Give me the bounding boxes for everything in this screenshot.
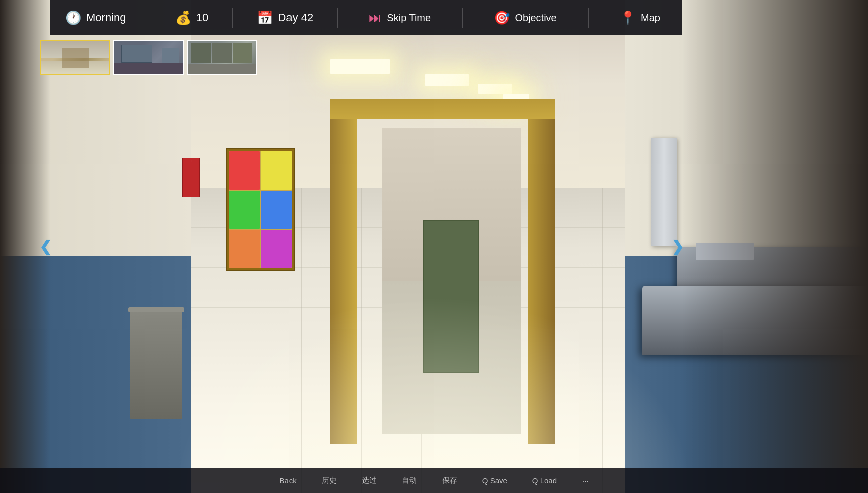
- time-label: Morning: [86, 11, 126, 24]
- arch-top: [330, 99, 555, 119]
- thumb-scene-2: [114, 41, 183, 74]
- skip-time-button[interactable]: ⏭ Skip Time: [362, 7, 438, 29]
- hud-day: 📅 Day 42: [257, 10, 313, 26]
- bulletin-paper-2: [261, 151, 292, 190]
- skip-time-label: Skip Time: [387, 12, 431, 24]
- ceiling-light-3: [478, 84, 512, 94]
- coin-icon: 💰: [175, 10, 191, 26]
- calendar-icon: 📅: [257, 10, 273, 26]
- arch-right: [528, 99, 555, 444]
- ceiling-light-2: [425, 74, 469, 86]
- qsave-button[interactable]: Q Save: [477, 474, 512, 487]
- bulletin-paper-3: [229, 191, 260, 229]
- wall-panel: [651, 138, 677, 246]
- map-button[interactable]: 📍 Map: [613, 7, 667, 29]
- left-arrow-icon: ❮: [39, 238, 52, 255]
- bulletin-board: [226, 148, 295, 271]
- bulletin-board-inner: [229, 151, 292, 268]
- qload-button[interactable]: Q Load: [527, 474, 562, 487]
- thumbnail-1[interactable]: [40, 40, 110, 75]
- thumb-scene-1: [41, 41, 109, 74]
- skip-icon: ⏭: [369, 10, 382, 26]
- right-edge-overlay: [682, 0, 868, 493]
- more-button[interactable]: ···: [577, 474, 594, 487]
- inner-corridor: [382, 128, 521, 434]
- bulletin-paper-4: [261, 191, 292, 229]
- bulletin-paper-5: [229, 230, 260, 268]
- map-icon: 📍: [620, 10, 636, 26]
- thumbnail-3[interactable]: [187, 40, 257, 75]
- fire-extinguisher-box: T: [182, 158, 200, 198]
- thumbnail-2[interactable]: [113, 40, 184, 75]
- hud-divider-3: [337, 8, 338, 28]
- hud-divider-4: [462, 8, 463, 28]
- nav-left-button[interactable]: ❮: [35, 237, 55, 257]
- ceiling-light-1: [330, 59, 390, 74]
- objective-button[interactable]: 🎯 Objective: [487, 7, 563, 29]
- bulletin-paper-1: [229, 151, 260, 190]
- nav-right-button[interactable]: ❯: [667, 237, 687, 257]
- auto-button[interactable]: 自动: [397, 474, 422, 487]
- currency-value: 10: [196, 11, 208, 24]
- clock-icon: 🕐: [65, 10, 81, 26]
- skip-button[interactable]: 选过: [357, 474, 382, 487]
- arch-left: [330, 99, 357, 444]
- objective-label: Objective: [515, 12, 556, 24]
- save-button[interactable]: 保存: [437, 474, 462, 487]
- bulletin-paper-6: [261, 230, 292, 268]
- hud-divider-2: [232, 8, 233, 28]
- right-arrow-icon: ❯: [671, 238, 684, 255]
- hud-time: 🕐 Morning: [65, 10, 126, 26]
- thumbnail-strip: [40, 40, 257, 75]
- map-label: Map: [641, 12, 660, 24]
- trash-can: [130, 310, 183, 419]
- hud-bar: 🕐 Morning 💰 10 📅 Day 42 ⏭ Skip Time 🎯 Ob…: [50, 0, 682, 35]
- corridor-end-door: [423, 220, 479, 373]
- bottom-bar: Back 历史 选过 自动 保存 Q Save Q Load ···: [0, 468, 868, 493]
- thumb-scene-3: [188, 41, 256, 74]
- objective-icon: 🎯: [494, 10, 510, 26]
- fire-box-label: T: [183, 159, 199, 162]
- hud-currency: 💰 10: [175, 10, 208, 26]
- history-button[interactable]: 历史: [317, 474, 342, 487]
- day-label: Day 42: [278, 11, 313, 24]
- back-button[interactable]: Back: [274, 474, 301, 487]
- hud-divider-1: [151, 8, 151, 28]
- hud-divider-5: [588, 8, 589, 28]
